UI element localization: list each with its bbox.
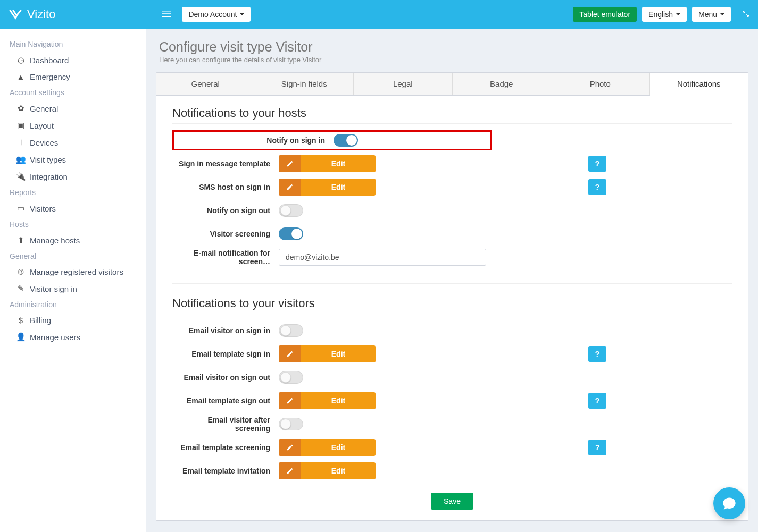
help-email-template-screening[interactable]: ? (588, 440, 606, 455)
sidebar-section-header: Main Navigation (0, 37, 146, 52)
edit-signin-template-button[interactable]: Edit (279, 155, 376, 172)
topbar: Vizito Demo Account Tablet emulator Engl… (0, 0, 758, 29)
help-email-template-signout[interactable]: ? (588, 393, 606, 409)
sidebar-item-emergency[interactable]: ▲Emergency (0, 69, 146, 85)
tab-general[interactable]: General (156, 73, 255, 95)
edit-email-template-signout-button[interactable]: Edit (279, 392, 376, 409)
sidebar-item-billing[interactable]: $Billing (0, 312, 146, 328)
tab-legal[interactable]: Legal (354, 73, 453, 95)
edit-sms-host-signin-button[interactable]: Edit (279, 179, 376, 196)
row-email-visitor-after-screening: Email visitor after screening (172, 414, 732, 434)
help-signin-template[interactable]: ? (588, 156, 606, 172)
toggle-notify-signin[interactable] (334, 134, 358, 147)
sidebar-item-integration[interactable]: 🔌Integration (0, 168, 146, 185)
tab-content: Notifications to your hosts Notify on si… (156, 96, 748, 520)
row-email-template-signout: Email template sign out Edit ? (172, 391, 732, 411)
label-notify-signout: Notify on sign out (172, 206, 279, 215)
warning-icon: ▲ (16, 72, 26, 81)
label-signin-template: Sign in message template (172, 159, 279, 168)
tablet-emulator-button[interactable]: Tablet emulator (573, 7, 637, 22)
label-sms-host-signin: SMS host on sign in (172, 183, 279, 191)
sidebar-item-manage-hosts[interactable]: ⬆Manage hosts (0, 232, 146, 249)
page-title: Configure visit type Visitor (159, 39, 745, 55)
sidebar-section-header: Account settings (0, 85, 146, 100)
row-email-template-signin: Email template sign in Edit ? (172, 344, 732, 364)
chevron-down-icon (720, 13, 724, 15)
row-email-visitor-signin: Email visitor on sign in (172, 320, 732, 341)
toggle-email-visitor-signin[interactable] (279, 324, 303, 337)
pencil-icon: ✎ (16, 284, 26, 293)
label-email-template-signout: Email template sign out (172, 396, 279, 405)
row-email-screening: E-mail notification for screen… (172, 247, 732, 267)
sidebar-section-header: Reports (0, 185, 146, 200)
pencil-icon (279, 155, 301, 172)
image-icon: ▣ (16, 121, 26, 130)
tab-notifications[interactable]: Notifications (650, 73, 748, 96)
help-sms-host-signin[interactable]: ? (588, 179, 606, 195)
save-button[interactable]: Save (431, 493, 473, 510)
chevron-down-icon (676, 13, 680, 15)
user-plus-icon: 👤 (16, 332, 26, 342)
section-title-hosts: Notifications to your hosts (172, 106, 732, 124)
edit-email-template-screening-button[interactable]: Edit (279, 439, 376, 456)
sidebar-item-devices[interactable]: ⫴Devices (0, 134, 146, 151)
help-email-template-signin[interactable]: ? (588, 346, 606, 362)
sidebar-item-visitor-signin[interactable]: ✎Visitor sign in (0, 280, 146, 297)
sidebar-item-visitors[interactable]: ▭Visitors (0, 200, 146, 217)
menu-toggle-icon[interactable] (162, 9, 171, 20)
svg-rect-0 (162, 11, 171, 12)
content-header: Configure visit type Visitor Here you ca… (146, 29, 758, 72)
tab-badge[interactable]: Badge (453, 73, 552, 95)
account-dropdown[interactable]: Demo Account (182, 7, 251, 22)
edit-email-template-signin-button[interactable]: Edit (279, 345, 376, 362)
dollar-icon: $ (16, 316, 26, 325)
row-notify-signin: Notify on sign in (172, 130, 492, 150)
chat-icon (722, 496, 737, 511)
sidebar-item-dashboard[interactable]: ◷Dashboard (0, 52, 146, 69)
pencil-icon (279, 462, 301, 479)
label-notify-signin: Notify on sign in (174, 136, 334, 145)
sidebar-item-visit-types[interactable]: 👥Visit types (0, 151, 146, 168)
plug-icon: 🔌 (16, 172, 26, 181)
label-email-screening: E-mail notification for screen… (172, 249, 279, 266)
upload-icon: ⬆ (16, 235, 26, 245)
toggle-email-visitor-signout[interactable] (279, 371, 303, 384)
pencil-icon (279, 439, 301, 456)
toggle-email-visitor-after-screening[interactable] (279, 418, 303, 430)
language-dropdown[interactable]: English (642, 7, 687, 22)
brand-logo[interactable]: Vizito (8, 7, 55, 22)
sidebar-item-manage-registered[interactable]: ®Manage registered visitors (0, 264, 146, 280)
sidebar-section-header: General (0, 249, 146, 264)
label-visitor-screening: Visitor screening (172, 230, 279, 238)
gear-icon: ✿ (16, 104, 26, 113)
dashboard-icon: ◷ (16, 55, 26, 65)
row-signin-template: Sign in message template Edit ? (172, 154, 732, 174)
tab-signin-fields[interactable]: Sign-in fields (255, 73, 354, 95)
tab-photo[interactable]: Photo (551, 73, 650, 95)
label-email-visitor-signin: Email visitor on sign in (172, 326, 279, 335)
menu-dropdown[interactable]: Menu (692, 7, 731, 22)
config-panel: General Sign-in fields Legal Badge Photo… (156, 72, 748, 521)
tab-bar: General Sign-in fields Legal Badge Photo… (156, 73, 748, 96)
row-email-template-screening: Email template screening Edit ? (172, 437, 732, 458)
sidebar-item-manage-users[interactable]: 👤Manage users (0, 328, 146, 345)
label-email-template-screening: Email template screening (172, 443, 279, 452)
input-screening-email[interactable] (279, 249, 486, 266)
book-icon: ▭ (16, 204, 26, 213)
row-notify-signout: Notify on sign out (172, 200, 732, 221)
row-email-visitor-signout: Email visitor on sign out (172, 367, 732, 387)
row-sms-host-signin: SMS host on sign in Edit ? (172, 177, 732, 197)
page-subtitle: Here you can configure the details of vi… (159, 56, 745, 64)
sidebar-item-general[interactable]: ✿General (0, 100, 146, 117)
section-title-visitors: Notifications to your visitors (172, 297, 732, 314)
toggle-visitor-screening[interactable] (279, 227, 303, 240)
chat-widget[interactable] (713, 487, 745, 519)
registered-icon: ® (16, 267, 26, 276)
pencil-icon (279, 345, 301, 362)
toggle-notify-signout[interactable] (279, 204, 303, 217)
sidebar-item-layout[interactable]: ▣Layout (0, 117, 146, 134)
sidebar: Main Navigation ◷Dashboard ▲Emergency Ac… (0, 29, 146, 532)
fullscreen-icon[interactable] (742, 10, 750, 20)
edit-email-template-invitation-button[interactable]: Edit (279, 462, 376, 479)
svg-rect-2 (162, 16, 171, 17)
